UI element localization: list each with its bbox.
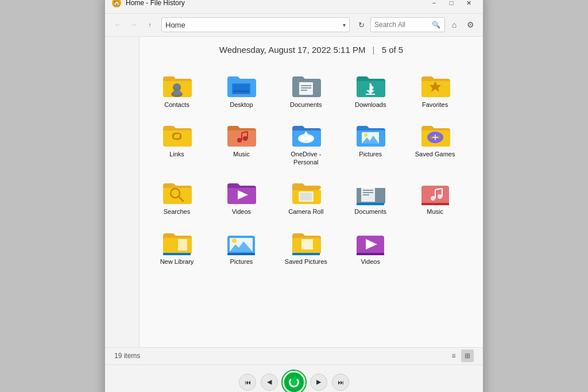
version-text: 5 of 5 [382,45,404,55]
onedrive-icon [290,120,322,148]
settings-button[interactable]: ⚙ [463,18,477,32]
icons-grid: Contacts Desktop [151,64,471,272]
svg-rect-6 [233,84,249,90]
searches-label: Searches [164,207,190,216]
window-title: Home - File History [126,0,427,7]
title-bar: 🏠 Home - File History − □ ✕ [105,0,483,14]
svg-point-2 [174,83,180,89]
savedpictures-label: Saved Pictures [285,258,327,266]
svg-rect-53 [163,253,191,255]
svg-point-47 [438,194,442,199]
downloads-label: Downloads [355,101,386,109]
back-button[interactable]: ← [111,18,125,32]
contacts-label: Contacts [164,101,189,109]
first-button[interactable]: ⏮ [239,374,256,391]
window-controls: − □ ✕ [427,0,476,9]
address-dropdown-icon[interactable]: ▾ [343,22,346,28]
restore-button[interactable]: □ [444,0,459,9]
music-lib-label: Music [427,207,443,216]
folder-desktop[interactable]: Desktop [215,67,267,112]
refresh-button[interactable]: ↻ [354,18,368,32]
svg-point-3 [172,90,181,95]
pictures-lib-icon [225,228,257,255]
music-folder-icon [225,120,257,148]
videos-lib-label: Videos [361,258,380,266]
links-label: Links [169,150,184,158]
documents-label: Documents [290,101,322,109]
contacts-icon [161,71,193,98]
music-lib-icon [419,178,451,205]
folder-cameraroll[interactable]: Camera Roll [280,174,332,219]
grid-view-button[interactable]: ⊞ [461,349,474,362]
searches-icon [161,178,193,205]
folder-videos-lib[interactable]: Videos [345,224,396,269]
main-window: 🏠 Home - File History − □ ✕ ← → ↑ ▾ ↻ 🔍 … [105,0,483,392]
desktop-label: Desktop [230,101,253,109]
next-button[interactable]: ▶ [310,374,327,391]
date-header: Wednesday, August 17, 2022 5:11 PM | 5 o… [151,43,471,55]
cameraroll-label: Camera Roll [288,207,323,216]
onedrive-label: OneDrive - Personal [283,150,329,167]
item-count: 19 items [114,352,140,360]
prev-button[interactable]: ◀ [261,374,278,391]
pictures-folder-icon [354,120,386,148]
folder-pictures[interactable]: Pictures [345,117,396,170]
last-button[interactable]: ⏭ [332,374,349,391]
list-view-button[interactable]: ≡ [447,349,460,362]
svg-rect-44 [357,203,384,205]
svg-point-18 [243,136,247,141]
svg-rect-59 [301,239,313,249]
newlibrary-icon [161,228,193,255]
documents-lib-label: Documents [354,207,386,216]
search-input[interactable] [374,21,432,29]
svg-point-46 [431,196,435,201]
documents-lib-icon [354,178,386,205]
forward-button[interactable]: → [127,18,141,32]
desktop-icon [225,71,257,98]
downloads-icon [354,71,386,98]
folder-savedpictures[interactable]: Saved Pictures [280,224,332,269]
pictures-lib-label: Pictures [230,258,253,266]
bottom-navigation: ⏮ ◀ ▶ ⏭ [105,364,483,393]
favorites-label: Favorites [422,101,448,109]
svg-rect-58 [227,253,255,255]
svg-point-29 [364,133,368,137]
up-button[interactable]: ↑ [143,18,157,32]
folder-searches[interactable]: Searches [151,174,203,219]
folder-music-lib[interactable]: Music [409,174,461,219]
favorites-icon [419,71,451,98]
folder-newlibrary[interactable]: New Library [151,224,203,269]
app-icon: 🏠 [112,0,121,7]
folder-contacts[interactable]: Contacts [151,67,203,112]
folder-documents-lib[interactable]: Documents [345,174,396,219]
savedgames-icon [419,120,451,148]
folder-documents[interactable]: Documents [280,67,332,112]
cameraroll-icon [290,178,322,205]
restore-icon [289,377,299,387]
view-buttons: ≡ ⊞ [447,349,474,362]
svg-point-17 [237,138,242,143]
svg-rect-8 [299,82,313,95]
svg-point-23 [300,136,305,141]
content-area: Wednesday, August 17, 2022 5:11 PM | 5 o… [105,37,483,347]
folder-onedrive[interactable]: OneDrive - Personal [280,117,332,170]
savedpictures-icon [290,228,322,255]
folder-downloads[interactable]: Downloads [345,67,396,112]
sidebar [105,37,140,347]
svg-rect-39 [300,193,312,201]
folder-favorites[interactable]: Favorites [409,67,461,112]
folder-music[interactable]: Music [215,117,267,170]
folder-savedgames[interactable]: Saved Games [409,117,461,170]
folder-pictures-lib[interactable]: Pictures [215,224,267,269]
folder-links[interactable]: Links [151,117,203,170]
minimize-button[interactable]: − [427,0,442,9]
address-input[interactable] [165,21,343,29]
folder-videos[interactable]: Videos [215,174,267,219]
address-bar: ▾ [161,17,350,32]
home-button[interactable]: ⌂ [447,18,461,32]
savedgames-label: Saved Games [415,150,455,158]
svg-rect-63 [357,253,384,255]
restore-button[interactable] [283,371,305,393]
svg-rect-60 [292,253,320,255]
close-button[interactable]: ✕ [461,0,476,9]
